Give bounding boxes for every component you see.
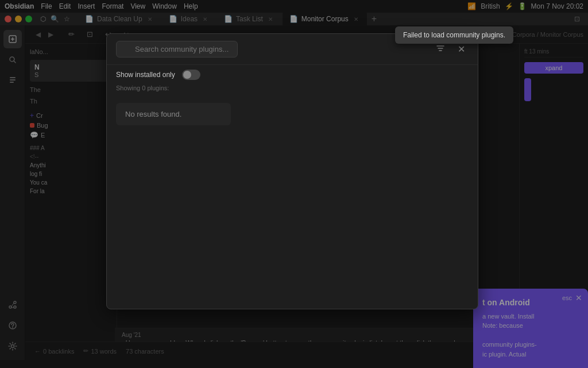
modal-subheader: Show installed only (107, 65, 478, 85)
sort-button[interactable] (431, 41, 450, 57)
modal-body: No results found. (107, 96, 478, 309)
showing-count: Showing 0 plugins: (107, 85, 478, 96)
search-wrapper: 🔍 (116, 41, 427, 57)
modal-close-button[interactable]: ✕ (454, 43, 469, 56)
show-installed-toggle[interactable] (182, 70, 200, 80)
modal-overlay[interactable]: 🔍 ✕ Show installed only Showing 0 plugin… (0, 0, 588, 368)
community-plugins-search[interactable] (116, 41, 238, 57)
community-plugins-modal: 🔍 ✕ Show installed only Showing 0 plugin… (106, 33, 478, 309)
show-installed-label: Show installed only (116, 71, 175, 79)
failed-to-load-tooltip: Failed to load community plugins. (395, 26, 513, 44)
toggle-thumb (183, 71, 191, 79)
no-results-box: No results found. (116, 103, 231, 125)
